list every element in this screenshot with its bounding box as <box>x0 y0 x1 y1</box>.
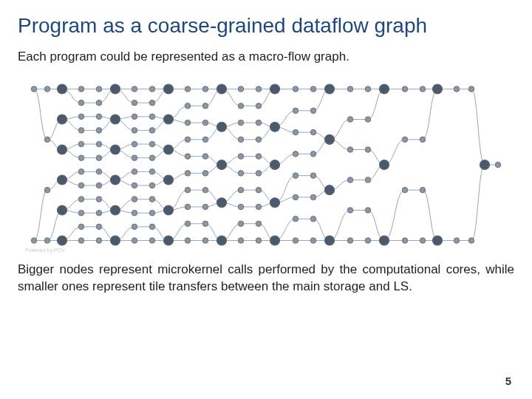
svg-point-84 <box>202 120 208 126</box>
page-title: Program as a coarse-grained dataflow gra… <box>18 13 514 38</box>
svg-point-45 <box>132 127 137 133</box>
svg-point-44 <box>132 114 137 120</box>
svg-point-116 <box>256 237 262 243</box>
svg-point-125 <box>293 151 299 157</box>
svg-point-14 <box>78 114 84 120</box>
svg-point-6 <box>58 84 67 94</box>
svg-point-48 <box>132 168 137 174</box>
svg-point-35 <box>96 237 102 243</box>
svg-point-153 <box>365 237 371 243</box>
svg-point-132 <box>310 129 316 135</box>
svg-point-155 <box>380 160 389 169</box>
svg-point-23 <box>78 237 84 243</box>
svg-point-96 <box>217 236 227 245</box>
svg-point-66 <box>164 84 174 94</box>
svg-point-151 <box>365 177 371 183</box>
svg-point-70 <box>164 205 174 215</box>
svg-point-42 <box>132 86 137 92</box>
svg-point-68 <box>164 145 174 154</box>
svg-point-138 <box>325 84 335 94</box>
svg-point-90 <box>202 221 208 227</box>
svg-point-169 <box>468 86 474 92</box>
svg-point-154 <box>380 84 389 94</box>
svg-point-94 <box>217 160 227 169</box>
svg-point-15 <box>78 127 84 133</box>
svg-point-92 <box>217 84 227 94</box>
svg-point-32 <box>96 196 102 202</box>
svg-point-87 <box>202 170 208 176</box>
svg-point-143 <box>347 116 353 122</box>
svg-point-91 <box>202 237 208 243</box>
svg-point-63 <box>149 210 155 216</box>
svg-point-120 <box>270 197 280 207</box>
svg-point-4 <box>44 187 50 193</box>
svg-point-64 <box>149 224 155 230</box>
svg-point-147 <box>347 237 353 243</box>
svg-point-148 <box>365 86 371 92</box>
svg-point-78 <box>185 187 191 193</box>
svg-point-31 <box>96 183 102 188</box>
svg-point-37 <box>111 115 120 124</box>
subtitle-text: Each program could be represented as a m… <box>18 49 514 65</box>
svg-point-108 <box>256 103 262 109</box>
svg-point-53 <box>132 237 137 243</box>
svg-point-76 <box>185 153 191 159</box>
svg-point-139 <box>325 134 335 144</box>
svg-point-72 <box>185 86 191 92</box>
svg-point-20 <box>78 196 84 202</box>
svg-point-99 <box>238 120 244 126</box>
svg-point-33 <box>96 210 102 216</box>
svg-point-164 <box>420 237 426 243</box>
svg-point-81 <box>185 237 191 243</box>
svg-point-22 <box>78 224 84 230</box>
svg-point-73 <box>185 103 191 109</box>
svg-point-167 <box>454 86 460 92</box>
svg-point-8 <box>58 145 67 154</box>
svg-point-135 <box>310 194 316 200</box>
svg-point-117 <box>270 84 280 94</box>
svg-point-26 <box>96 114 102 120</box>
svg-point-172 <box>495 162 501 168</box>
svg-point-59 <box>149 155 155 161</box>
svg-point-170 <box>468 237 474 243</box>
svg-point-160 <box>402 237 408 243</box>
svg-point-67 <box>164 115 174 124</box>
svg-point-149 <box>365 116 371 122</box>
svg-point-103 <box>238 187 244 193</box>
svg-point-95 <box>217 197 227 207</box>
svg-point-124 <box>293 129 299 135</box>
svg-point-11 <box>58 236 67 245</box>
svg-point-168 <box>454 237 460 243</box>
svg-point-129 <box>293 237 299 243</box>
svg-point-0 <box>31 86 37 92</box>
svg-point-75 <box>185 137 191 143</box>
svg-point-82 <box>202 86 208 92</box>
svg-point-41 <box>111 236 120 245</box>
svg-point-156 <box>380 236 389 245</box>
svg-point-1 <box>31 237 37 243</box>
svg-point-7 <box>58 115 67 124</box>
svg-point-71 <box>164 236 174 245</box>
svg-point-28 <box>96 141 102 147</box>
svg-point-150 <box>365 146 371 152</box>
svg-point-88 <box>202 187 208 193</box>
svg-point-51 <box>132 210 137 216</box>
svg-point-49 <box>132 183 137 188</box>
svg-point-158 <box>402 137 408 143</box>
dataflow-graph-figure: Powered by POV <box>21 72 508 257</box>
svg-point-69 <box>164 175 174 185</box>
svg-point-65 <box>149 237 155 243</box>
svg-point-140 <box>325 185 335 194</box>
svg-point-47 <box>132 155 137 161</box>
svg-point-105 <box>238 221 244 227</box>
svg-point-118 <box>270 122 280 132</box>
dataflow-graph-svg <box>21 72 508 257</box>
svg-point-55 <box>149 100 155 106</box>
svg-point-34 <box>96 224 102 230</box>
svg-point-109 <box>256 120 262 126</box>
svg-point-122 <box>293 86 299 92</box>
page-number: 5 <box>505 375 511 387</box>
svg-point-115 <box>256 221 262 227</box>
description-text: Bigger nodes represent microkernel calls… <box>18 262 514 296</box>
svg-point-144 <box>347 146 353 152</box>
